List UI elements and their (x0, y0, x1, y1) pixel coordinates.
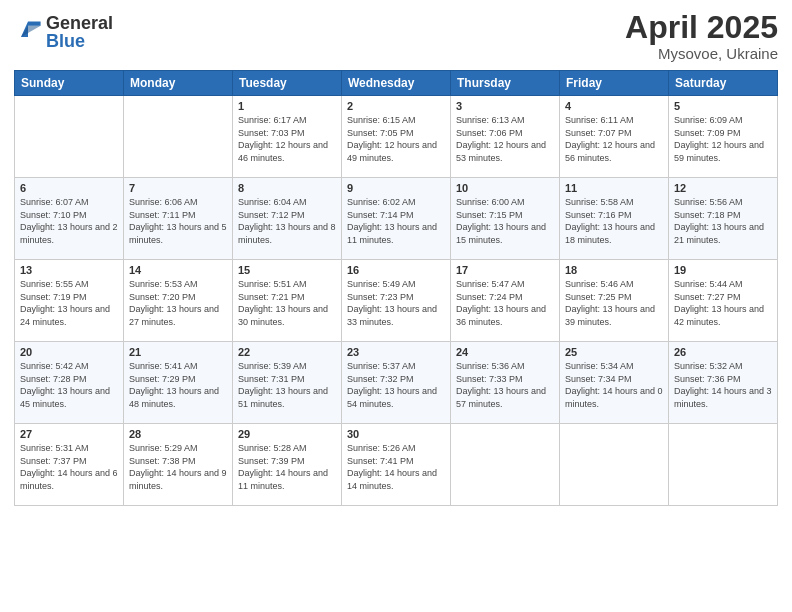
header-sunday: Sunday (15, 71, 124, 96)
header-thursday: Thursday (451, 71, 560, 96)
logo-blue-text: Blue (46, 32, 113, 50)
cell-date-number: 9 (347, 182, 445, 194)
calendar-cell: 7Sunrise: 6:06 AM Sunset: 7:11 PM Daylig… (124, 178, 233, 260)
title-block: April 2025 Mysovoe, Ukraine (625, 10, 778, 62)
cell-date-number: 28 (129, 428, 227, 440)
cell-date-number: 6 (20, 182, 118, 194)
calendar-cell: 16Sunrise: 5:49 AM Sunset: 7:23 PM Dayli… (342, 260, 451, 342)
cell-info-text: Sunrise: 5:49 AM Sunset: 7:23 PM Dayligh… (347, 278, 445, 328)
cell-date-number: 11 (565, 182, 663, 194)
calendar-cell: 22Sunrise: 5:39 AM Sunset: 7:31 PM Dayli… (233, 342, 342, 424)
calendar-cell: 13Sunrise: 5:55 AM Sunset: 7:19 PM Dayli… (15, 260, 124, 342)
calendar-cell: 18Sunrise: 5:46 AM Sunset: 7:25 PM Dayli… (560, 260, 669, 342)
calendar-cell: 26Sunrise: 5:32 AM Sunset: 7:36 PM Dayli… (669, 342, 778, 424)
calendar-cell (669, 424, 778, 506)
cell-info-text: Sunrise: 6:02 AM Sunset: 7:14 PM Dayligh… (347, 196, 445, 246)
cell-date-number: 29 (238, 428, 336, 440)
calendar-cell: 1Sunrise: 6:17 AM Sunset: 7:03 PM Daylig… (233, 96, 342, 178)
cell-date-number: 12 (674, 182, 772, 194)
cell-date-number: 16 (347, 264, 445, 276)
cell-date-number: 15 (238, 264, 336, 276)
cell-date-number: 26 (674, 346, 772, 358)
cell-date-number: 7 (129, 182, 227, 194)
calendar-cell (15, 96, 124, 178)
cell-date-number: 22 (238, 346, 336, 358)
calendar-cell: 25Sunrise: 5:34 AM Sunset: 7:34 PM Dayli… (560, 342, 669, 424)
cell-info-text: Sunrise: 5:56 AM Sunset: 7:18 PM Dayligh… (674, 196, 772, 246)
cell-info-text: Sunrise: 5:37 AM Sunset: 7:32 PM Dayligh… (347, 360, 445, 410)
cell-date-number: 20 (20, 346, 118, 358)
calendar-table: Sunday Monday Tuesday Wednesday Thursday… (14, 70, 778, 506)
header-friday: Friday (560, 71, 669, 96)
cell-info-text: Sunrise: 6:17 AM Sunset: 7:03 PM Dayligh… (238, 114, 336, 164)
cell-date-number: 18 (565, 264, 663, 276)
cell-info-text: Sunrise: 6:04 AM Sunset: 7:12 PM Dayligh… (238, 196, 336, 246)
calendar-cell: 17Sunrise: 5:47 AM Sunset: 7:24 PM Dayli… (451, 260, 560, 342)
calendar-cell: 12Sunrise: 5:56 AM Sunset: 7:18 PM Dayli… (669, 178, 778, 260)
calendar-cell: 11Sunrise: 5:58 AM Sunset: 7:16 PM Dayli… (560, 178, 669, 260)
cell-date-number: 27 (20, 428, 118, 440)
cell-info-text: Sunrise: 5:32 AM Sunset: 7:36 PM Dayligh… (674, 360, 772, 410)
calendar-cell: 8Sunrise: 6:04 AM Sunset: 7:12 PM Daylig… (233, 178, 342, 260)
cell-date-number: 8 (238, 182, 336, 194)
cell-date-number: 19 (674, 264, 772, 276)
cell-date-number: 4 (565, 100, 663, 112)
calendar-cell: 10Sunrise: 6:00 AM Sunset: 7:15 PM Dayli… (451, 178, 560, 260)
calendar-cell: 3Sunrise: 6:13 AM Sunset: 7:06 PM Daylig… (451, 96, 560, 178)
cell-date-number: 14 (129, 264, 227, 276)
cell-info-text: Sunrise: 5:29 AM Sunset: 7:38 PM Dayligh… (129, 442, 227, 492)
calendar-cell: 20Sunrise: 5:42 AM Sunset: 7:28 PM Dayli… (15, 342, 124, 424)
calendar-cell: 27Sunrise: 5:31 AM Sunset: 7:37 PM Dayli… (15, 424, 124, 506)
calendar-cell: 4Sunrise: 6:11 AM Sunset: 7:07 PM Daylig… (560, 96, 669, 178)
cell-info-text: Sunrise: 5:31 AM Sunset: 7:37 PM Dayligh… (20, 442, 118, 492)
header-monday: Monday (124, 71, 233, 96)
cell-info-text: Sunrise: 5:46 AM Sunset: 7:25 PM Dayligh… (565, 278, 663, 328)
logo-text: General Blue (46, 14, 113, 50)
cell-date-number: 30 (347, 428, 445, 440)
weekday-header-row: Sunday Monday Tuesday Wednesday Thursday… (15, 71, 778, 96)
calendar-cell: 9Sunrise: 6:02 AM Sunset: 7:14 PM Daylig… (342, 178, 451, 260)
cell-date-number: 23 (347, 346, 445, 358)
header-saturday: Saturday (669, 71, 778, 96)
cell-info-text: Sunrise: 5:51 AM Sunset: 7:21 PM Dayligh… (238, 278, 336, 328)
calendar-cell: 5Sunrise: 6:09 AM Sunset: 7:09 PM Daylig… (669, 96, 778, 178)
cell-info-text: Sunrise: 5:28 AM Sunset: 7:39 PM Dayligh… (238, 442, 336, 492)
calendar-cell: 15Sunrise: 5:51 AM Sunset: 7:21 PM Dayli… (233, 260, 342, 342)
cell-date-number: 1 (238, 100, 336, 112)
calendar-week-2: 6Sunrise: 6:07 AM Sunset: 7:10 PM Daylig… (15, 178, 778, 260)
calendar-cell: 14Sunrise: 5:53 AM Sunset: 7:20 PM Dayli… (124, 260, 233, 342)
calendar-cell (451, 424, 560, 506)
cell-info-text: Sunrise: 6:15 AM Sunset: 7:05 PM Dayligh… (347, 114, 445, 164)
cell-date-number: 24 (456, 346, 554, 358)
cell-date-number: 10 (456, 182, 554, 194)
calendar-week-3: 13Sunrise: 5:55 AM Sunset: 7:19 PM Dayli… (15, 260, 778, 342)
calendar-cell: 29Sunrise: 5:28 AM Sunset: 7:39 PM Dayli… (233, 424, 342, 506)
cell-info-text: Sunrise: 6:11 AM Sunset: 7:07 PM Dayligh… (565, 114, 663, 164)
cell-info-text: Sunrise: 5:53 AM Sunset: 7:20 PM Dayligh… (129, 278, 227, 328)
cell-date-number: 25 (565, 346, 663, 358)
title-location: Mysovoe, Ukraine (625, 45, 778, 62)
cell-info-text: Sunrise: 5:39 AM Sunset: 7:31 PM Dayligh… (238, 360, 336, 410)
cell-info-text: Sunrise: 5:58 AM Sunset: 7:16 PM Dayligh… (565, 196, 663, 246)
cell-info-text: Sunrise: 5:34 AM Sunset: 7:34 PM Dayligh… (565, 360, 663, 410)
calendar-cell: 30Sunrise: 5:26 AM Sunset: 7:41 PM Dayli… (342, 424, 451, 506)
calendar-week-1: 1Sunrise: 6:17 AM Sunset: 7:03 PM Daylig… (15, 96, 778, 178)
cell-date-number: 13 (20, 264, 118, 276)
calendar-cell: 2Sunrise: 6:15 AM Sunset: 7:05 PM Daylig… (342, 96, 451, 178)
cell-info-text: Sunrise: 6:13 AM Sunset: 7:06 PM Dayligh… (456, 114, 554, 164)
calendar-cell: 21Sunrise: 5:41 AM Sunset: 7:29 PM Dayli… (124, 342, 233, 424)
calendar-cell (124, 96, 233, 178)
header-tuesday: Tuesday (233, 71, 342, 96)
calendar-cell: 24Sunrise: 5:36 AM Sunset: 7:33 PM Dayli… (451, 342, 560, 424)
cell-info-text: Sunrise: 5:44 AM Sunset: 7:27 PM Dayligh… (674, 278, 772, 328)
calendar-week-4: 20Sunrise: 5:42 AM Sunset: 7:28 PM Dayli… (15, 342, 778, 424)
cell-info-text: Sunrise: 5:36 AM Sunset: 7:33 PM Dayligh… (456, 360, 554, 410)
calendar-cell: 6Sunrise: 6:07 AM Sunset: 7:10 PM Daylig… (15, 178, 124, 260)
logo-general-text: General (46, 14, 113, 32)
cell-info-text: Sunrise: 6:09 AM Sunset: 7:09 PM Dayligh… (674, 114, 772, 164)
calendar-cell (560, 424, 669, 506)
cell-info-text: Sunrise: 6:00 AM Sunset: 7:15 PM Dayligh… (456, 196, 554, 246)
cell-date-number: 21 (129, 346, 227, 358)
calendar-cell: 28Sunrise: 5:29 AM Sunset: 7:38 PM Dayli… (124, 424, 233, 506)
title-month: April 2025 (625, 10, 778, 45)
